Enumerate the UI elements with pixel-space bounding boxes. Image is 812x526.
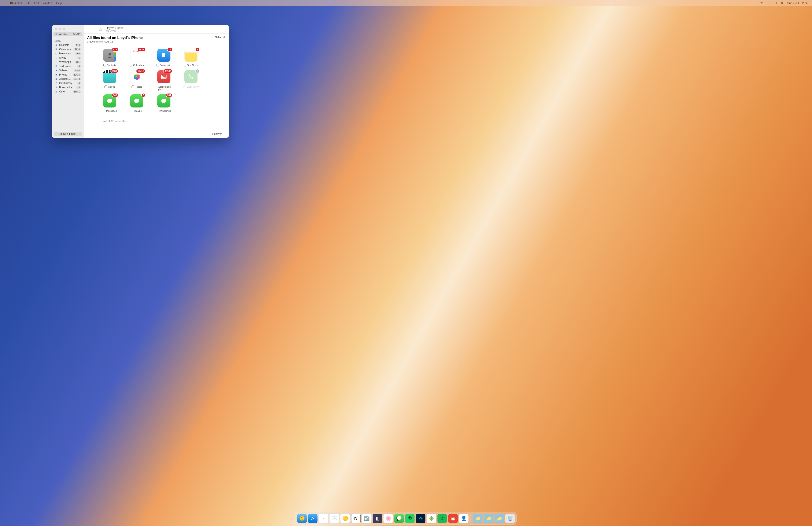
dock-mail-icon[interactable]: ✉️ <box>330 514 339 523</box>
menubar-overflow-icon[interactable]: ••• <box>767 1 770 5</box>
tile-checkbox[interactable] <box>104 85 107 88</box>
dock-trash-icon[interactable]: 🗑️ <box>505 514 515 523</box>
dock: 🙂 A 7 ✉️ 🟡 N ☑️ ◧ 🌸 💬 ✆ Ps ✳️ ♫ ◉ 👤 📁 📁 … <box>295 512 517 525</box>
close-window-icon[interactable] <box>55 28 57 30</box>
tile-checkbox[interactable] <box>132 110 134 112</box>
breadcrumb: Lloyd's iPhone iOS Device <box>106 27 124 32</box>
fullscreen-window-icon[interactable] <box>62 28 65 30</box>
sidebar-item-badge: 516 <box>75 44 81 46</box>
sidebar-item-label: Call History <box>59 82 76 85</box>
page-subtitle: 143203 files on 72.75 GB <box>87 40 215 43</box>
show-in-finder-button[interactable]: Show in Finder <box>54 132 82 136</box>
tiles-grid: 516 Contacts Thursday 9 2623 Calendars <box>84 45 229 130</box>
content-header: All files found on Lloyd's iPhone 143203… <box>84 34 229 45</box>
home-button[interactable] <box>98 27 103 32</box>
sidebar-item-skype[interactable]: ◌ Skype 5 <box>53 56 83 60</box>
sidebar-item-label: Text Notes <box>59 65 76 68</box>
recover-button[interactable]: Recover <box>208 132 226 136</box>
sidebar-item-messages[interactable]: ◌ Messages 300 <box>53 52 83 56</box>
dock-appstore-icon[interactable]: A <box>308 514 318 523</box>
sidebar-section-title: Library <box>52 38 84 43</box>
tile-whatsapp[interactable]: 331 WhatsApp <box>155 94 173 112</box>
sidebar-item-other[interactable]: ▤ Other 86081 <box>53 89 83 94</box>
control-center-icon[interactable] <box>774 1 777 5</box>
tile-checkbox[interactable] <box>103 110 105 112</box>
sidebar-item-label: WhatsApp <box>59 60 73 63</box>
tile-checkbox[interactable] <box>103 64 106 67</box>
dock-notion-icon[interactable]: N <box>351 514 361 523</box>
tile-checkbox[interactable] <box>132 85 134 88</box>
minimize-window-icon[interactable] <box>59 28 61 30</box>
dock-shortcuts-icon[interactable]: ◧ <box>373 514 382 523</box>
help-menu[interactable]: Help <box>56 1 62 5</box>
tile-contacts[interactable]: 516 Contacts <box>101 49 119 67</box>
tile-call-history[interactable]: 0 Call History <box>182 70 200 90</box>
tile-calendars[interactable]: Thursday 9 2623 Calendars <box>128 49 146 67</box>
sidebar-item-text-notes[interactable]: ▤ Text Notes 3 <box>53 64 83 68</box>
tile-count: 331 <box>166 93 173 97</box>
dock-folder-icon[interactable]: 📁 <box>473 514 482 523</box>
forward-button[interactable] <box>92 27 97 32</box>
back-button[interactable] <box>86 27 91 32</box>
sidebar-item-label: Videos <box>59 69 72 72</box>
breadcrumb-title: Lloyd's iPhone <box>106 27 124 30</box>
dock-preview-icon[interactable]: 👤 <box>459 514 468 523</box>
tile-checkbox[interactable] <box>157 110 159 112</box>
dock-finder-icon[interactable]: 🙂 <box>297 514 307 523</box>
sidebar-item-photos[interactable]: ▣ Photos 12415 <box>53 73 83 77</box>
tile-checkbox[interactable] <box>130 64 132 67</box>
dock-podcast-icon[interactable]: ◉ <box>448 514 458 523</box>
menubar-date[interactable]: Sun 7 Jul <box>787 1 799 5</box>
tile-checkbox[interactable] <box>155 87 157 89</box>
sidebar-item-calendars[interactable]: ▦ Calendars 2623 <box>53 47 83 52</box>
sidebar-item-badge: 300 <box>75 52 81 55</box>
tile-bookmarks[interactable]: 14 Bookmarks <box>155 49 173 67</box>
window-traffic-lights[interactable] <box>52 25 84 32</box>
edit-menu[interactable]: Edit <box>34 1 39 5</box>
svg-point-0 <box>762 4 762 4</box>
sidebar-item-contacts[interactable]: ◉ Contacts 516 <box>53 43 83 47</box>
tile-text-notes[interactable]: 3 Text Notes <box>182 49 200 67</box>
file-menu[interactable]: File <box>26 1 30 5</box>
sidebar-item-badge: 5 <box>77 57 81 59</box>
tile-messages[interactable]: 300 Messages <box>101 94 119 112</box>
dock-photoshop-icon[interactable]: Ps <box>416 514 425 523</box>
tile-photos[interactable]: 12415 Photos <box>128 70 146 90</box>
svg-point-11 <box>162 76 163 77</box>
sidebar-item-all-files[interactable]: ▤ All files 143.2K <box>53 32 83 37</box>
sidebar-item-badge: 3 <box>77 65 81 68</box>
window-menu[interactable]: Window <box>43 1 53 5</box>
sidebar-item-badge: 12415 <box>73 73 81 76</box>
apple-menu-icon[interactable] <box>3 1 6 5</box>
dock-slack-icon[interactable]: ✳️ <box>427 514 436 523</box>
dock-calendar-icon[interactable]: 7 <box>319 514 329 523</box>
dock-photos-icon[interactable]: 🌸 <box>383 514 393 523</box>
menubar-time[interactable]: 20:25 <box>802 1 809 5</box>
wifi-icon[interactable] <box>760 1 764 5</box>
sidebar-item-applications-photo[interactable]: ▣ Applications photo 35740 <box>53 77 83 81</box>
tile-skype[interactable]: 5 Skype <box>128 94 146 112</box>
sidebar-item-videos[interactable]: ■ Videos 5188 <box>53 68 83 73</box>
sidebar-item-call-history[interactable]: ✆ Call History 0 <box>53 81 83 85</box>
sidebar-item-label: Calendars <box>59 48 72 51</box>
tile-applications-photo[interactable]: 35740 Applications photo <box>155 70 173 90</box>
sidebar-item-whatsapp[interactable]: ◌ WhatsApp 331 <box>53 60 83 64</box>
select-all-button[interactable]: Select all <box>215 36 226 39</box>
sidebar-item-bookmarks[interactable]: ⚑ Bookmarks 14 <box>53 85 83 89</box>
dock-folder-icon[interactable]: 📁 <box>484 514 493 523</box>
dock-chrome-icon[interactable]: 🟡 <box>340 514 350 523</box>
tile-label: Bookmarks <box>160 64 171 67</box>
tile-videos[interactable]: 5188 Videos <box>101 70 119 90</box>
menubar-extra-icon[interactable] <box>781 1 784 5</box>
sidebar-item-label: Applications photo <box>59 77 71 81</box>
dock-things-icon[interactable]: ☑️ <box>362 514 372 523</box>
dock-messages-icon[interactable]: 💬 <box>394 514 404 523</box>
dock-folder-icon[interactable]: 📁 <box>495 514 504 523</box>
sidebar-item-label: Other <box>59 90 71 93</box>
menubar-app-name[interactable]: Disk Drill <box>10 1 22 5</box>
dock-whatsapp-icon[interactable]: ✆ <box>405 514 415 523</box>
sidebar-item-label: Photos <box>59 73 71 76</box>
tile-checkbox[interactable] <box>156 64 159 67</box>
tile-checkbox[interactable] <box>184 64 186 67</box>
dock-spotify-icon[interactable]: ♫ <box>437 514 447 523</box>
